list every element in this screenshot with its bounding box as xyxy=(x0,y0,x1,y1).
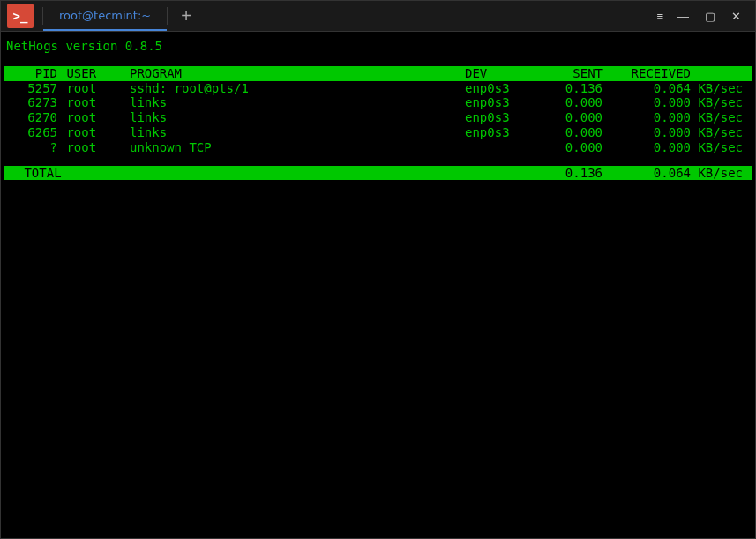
tab-strip: root@tecmint:~ + xyxy=(43,1,656,31)
cell-sent: 0.000 xyxy=(530,95,603,110)
cell-user: root xyxy=(59,110,130,125)
app-version-line: NetHogs version 0.8.5 xyxy=(4,39,752,54)
process-table: PID USER PROGRAM DEV SENT RECEIVED 5257 … xyxy=(4,66,752,181)
cell-user: root xyxy=(59,125,130,140)
cell-sent: 0.000 xyxy=(530,110,603,125)
close-button[interactable]: ✕ xyxy=(731,10,741,23)
cell-program: links xyxy=(130,125,465,140)
minimize-button[interactable]: — xyxy=(677,10,689,23)
terminal-body[interactable]: NetHogs version 0.8.5 PID USER PROGRAM D… xyxy=(1,32,755,187)
cell-unit: KB/sec xyxy=(691,81,747,96)
cell-received: 0.000 xyxy=(603,110,691,125)
col-header-received: RECEIVED xyxy=(603,66,691,81)
cell-pid: 6265 xyxy=(4,125,59,140)
cell-sent: 0.000 xyxy=(530,140,603,155)
total-row: TOTAL 0.136 0.064 KB/sec xyxy=(4,166,752,181)
total-sent: 0.136 xyxy=(530,166,603,181)
cell-pid: ? xyxy=(4,140,59,155)
total-label: TOTAL xyxy=(4,166,530,181)
cell-dev: enp0s3 xyxy=(465,95,530,110)
cell-program: sshd: root@pts/1 xyxy=(130,81,465,96)
cell-received: 0.000 xyxy=(603,140,691,155)
table-row: ? rootunknown TCP0.0000.000 KB/sec xyxy=(4,140,752,155)
cell-received: 0.000 xyxy=(603,125,691,140)
cell-unit: KB/sec xyxy=(691,110,747,125)
cell-pid: 5257 xyxy=(4,81,59,96)
cell-sent: 0.000 xyxy=(530,125,603,140)
window-controls: ≡ — ▢ ✕ xyxy=(656,10,755,23)
cell-dev xyxy=(465,140,530,155)
terminal-app-icon: >_ xyxy=(7,4,34,28)
table-row: 5257 rootsshd: root@pts/1enp0s30.1360.06… xyxy=(4,81,752,96)
total-unit: KB/sec xyxy=(691,166,747,181)
col-header-dev: DEV xyxy=(465,66,530,81)
total-received: 0.064 xyxy=(603,166,691,181)
cell-dev: enp0s3 xyxy=(465,125,530,140)
titlebar: >_ root@tecmint:~ + ≡ — ▢ ✕ xyxy=(1,1,755,32)
cell-unit: KB/sec xyxy=(691,95,747,110)
cell-program: links xyxy=(130,110,465,125)
cell-unit: KB/sec xyxy=(691,140,747,155)
table-row: 6265 rootlinksenp0s30.0000.000 KB/sec xyxy=(4,125,752,140)
cell-program: links xyxy=(130,95,465,110)
cell-user: root xyxy=(59,140,130,155)
cell-user: root xyxy=(59,95,130,110)
table-header: PID USER PROGRAM DEV SENT RECEIVED xyxy=(4,66,752,81)
col-header-sent: SENT xyxy=(530,66,603,81)
cell-dev: enp0s3 xyxy=(465,110,530,125)
cell-dev: enp0s3 xyxy=(465,81,530,96)
cell-pid: 6270 xyxy=(4,110,59,125)
cell-sent: 0.136 xyxy=(530,81,603,96)
cell-program: unknown TCP xyxy=(130,140,465,155)
cell-pid: 6273 xyxy=(4,95,59,110)
maximize-button[interactable]: ▢ xyxy=(705,10,715,23)
hamburger-menu-icon[interactable]: ≡ xyxy=(656,10,662,23)
tab-active[interactable]: root@tecmint:~ xyxy=(43,1,167,31)
cell-received: 0.064 xyxy=(603,81,691,96)
col-header-program: PROGRAM xyxy=(130,66,465,81)
cell-unit: KB/sec xyxy=(691,125,747,140)
col-header-pid: PID xyxy=(4,66,59,81)
cell-received: 0.000 xyxy=(603,95,691,110)
cell-user: root xyxy=(59,81,130,96)
table-row: 6273 rootlinksenp0s30.0000.000 KB/sec xyxy=(4,95,752,110)
table-row: 6270 rootlinksenp0s30.0000.000 KB/sec xyxy=(4,110,752,125)
col-header-user: USER xyxy=(59,66,130,81)
new-tab-button[interactable]: + xyxy=(168,6,205,26)
